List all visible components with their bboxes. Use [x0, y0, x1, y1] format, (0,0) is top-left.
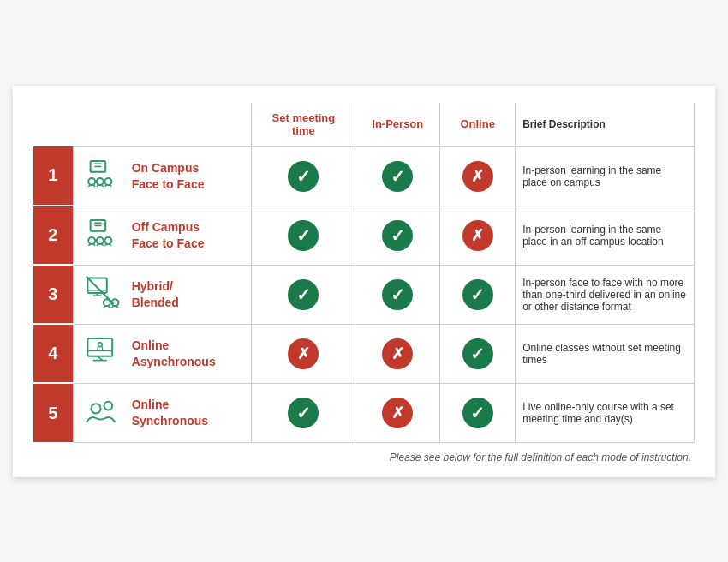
x-icon: ✗ [462, 161, 493, 192]
check-icon: ✓ [382, 161, 413, 192]
row-inperson-1: ✓ [355, 146, 440, 206]
row-icon-hybrid [82, 272, 123, 317]
row-icon-async [82, 332, 123, 376]
row-online-3: ✓ [440, 265, 516, 324]
row-label-4: OnlineAsynchronous [132, 338, 216, 368]
check-icon: ✓ [288, 161, 319, 192]
check-icon: ✓ [288, 220, 319, 251]
header-meeting: Set meeting time [252, 103, 355, 146]
row-label-2: Off CampusFace to Face [132, 219, 205, 250]
row-type-3: Hybrid/Blended [73, 265, 252, 324]
row-meeting-2: ✓ [252, 206, 355, 265]
row-inperson-5: ✗ [355, 383, 440, 442]
row-online-5: ✓ [440, 383, 516, 442]
check-icon: ✓ [382, 279, 413, 310]
row-description-1: In-person learning in the same place on … [516, 146, 695, 206]
row-number-5: 5 [33, 383, 73, 442]
row-number-4: 4 [33, 324, 73, 383]
check-icon: ✓ [288, 398, 319, 428]
footer-note: Please see below for the full definition… [33, 451, 695, 463]
svg-point-25 [104, 401, 112, 410]
row-meeting-4: ✗ [252, 324, 355, 383]
row-type-1: On CampusFace to Face [73, 146, 252, 206]
svg-point-17 [103, 299, 110, 306]
row-icon-campus [82, 154, 123, 199]
row-meeting-3: ✓ [252, 265, 355, 324]
svg-point-5 [104, 178, 111, 185]
header-description: Brief Description [516, 103, 695, 146]
row-label-5: OnlineSynchronous [132, 397, 208, 427]
check-icon: ✓ [382, 220, 413, 251]
row-description-3: In-person face to face with no more than… [516, 265, 695, 324]
check-icon: ✓ [288, 279, 319, 310]
svg-point-11 [104, 237, 111, 244]
row-online-4: ✓ [440, 324, 516, 383]
svg-point-23 [98, 342, 102, 346]
row-inperson-3: ✓ [355, 265, 440, 324]
row-description-2: In-person learning in the same place in … [516, 206, 695, 265]
row-number-2: 2 [33, 206, 73, 265]
row-label-3: Hybrid/Blended [132, 278, 179, 309]
row-type-2: Off CampusFace to Face [73, 206, 252, 265]
svg-point-9 [88, 237, 95, 244]
row-description-5: Live online-only course with a set meeti… [516, 383, 695, 442]
row-type-5: OnlineSynchronous [73, 383, 252, 442]
svg-point-3 [88, 178, 95, 185]
check-icon: ✓ [462, 279, 493, 310]
check-icon: ✓ [462, 338, 493, 369]
row-online-1: ✗ [440, 146, 516, 206]
header-type: Type [73, 103, 252, 146]
main-card: Type Set meeting time In-Person Online B… [13, 86, 715, 477]
header-online: Online [440, 103, 516, 146]
row-icon-offcampus [82, 213, 123, 258]
x-icon: ✗ [382, 338, 413, 369]
header-empty [33, 103, 73, 146]
row-meeting-5: ✓ [252, 383, 355, 442]
modes-table: Type Set meeting time In-Person Online B… [33, 103, 695, 443]
svg-point-24 [91, 404, 100, 413]
x-icon: ✗ [288, 338, 319, 369]
x-icon: ✗ [382, 398, 413, 428]
row-type-4: OnlineAsynchronous [73, 324, 252, 383]
svg-point-10 [96, 237, 103, 244]
check-icon: ✓ [462, 398, 493, 428]
row-number-1: 1 [33, 146, 73, 206]
row-icon-sync [82, 391, 123, 435]
row-inperson-4: ✗ [355, 324, 440, 383]
x-icon: ✗ [462, 220, 493, 251]
row-meeting-1: ✓ [252, 146, 355, 206]
row-label-1: On CampusFace to Face [132, 160, 205, 191]
row-description-4: Online classes without set meeting times [516, 324, 695, 383]
row-inperson-2: ✓ [355, 206, 440, 265]
row-number-3: 3 [33, 265, 73, 324]
header-inperson: In-Person [355, 103, 440, 146]
row-online-2: ✗ [440, 206, 516, 265]
svg-point-4 [96, 178, 103, 185]
